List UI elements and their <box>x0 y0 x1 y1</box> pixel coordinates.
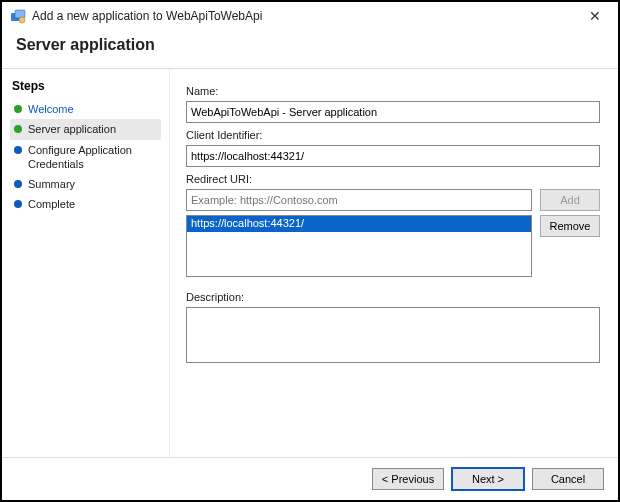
svg-rect-1 <box>15 10 25 18</box>
step-pending-icon <box>14 146 22 154</box>
window-title: Add a new application to WebApiToWebApi <box>32 9 262 23</box>
titlebar: Add a new application to WebApiToWebApi … <box>2 2 618 30</box>
close-icon[interactable]: ✕ <box>580 8 610 24</box>
step-label: Server application <box>28 122 116 136</box>
step-summary[interactable]: Summary <box>10 174 161 194</box>
step-label: Summary <box>28 177 75 191</box>
client-id-label: Client Identifier: <box>186 129 600 141</box>
step-configure-credentials[interactable]: Configure Application Credentials <box>10 140 161 175</box>
wizard-icon <box>10 8 26 24</box>
step-complete[interactable]: Complete <box>10 194 161 214</box>
page-title: Server application <box>2 30 618 69</box>
next-button[interactable]: Next > <box>452 468 524 490</box>
svg-point-2 <box>19 17 25 23</box>
step-welcome[interactable]: Welcome <box>10 99 161 119</box>
step-pending-icon <box>14 180 22 188</box>
step-label: Welcome <box>28 102 74 116</box>
redirect-uri-item[interactable]: https://localhost:44321/ <box>187 216 531 232</box>
description-label: Description: <box>186 291 600 303</box>
step-complete-icon <box>14 105 22 113</box>
name-label: Name: <box>186 85 600 97</box>
form-area: Name: Client Identifier: Redirect URI: A… <box>170 69 618 457</box>
description-input[interactable] <box>186 307 600 363</box>
step-label: Configure Application Credentials <box>28 143 157 172</box>
client-id-input[interactable] <box>186 145 600 167</box>
add-button[interactable]: Add <box>540 189 600 211</box>
step-server-application[interactable]: Server application <box>10 119 161 139</box>
redirect-uri-list[interactable]: https://localhost:44321/ <box>186 215 532 277</box>
redirect-uri-input[interactable] <box>186 189 532 211</box>
remove-button[interactable]: Remove <box>540 215 600 237</box>
wizard-footer: < Previous Next > Cancel <box>2 457 618 499</box>
step-current-icon <box>14 125 22 133</box>
steps-sidebar: Steps Welcome Server application Configu… <box>2 69 170 457</box>
previous-button[interactable]: < Previous <box>372 468 444 490</box>
name-input[interactable] <box>186 101 600 123</box>
step-label: Complete <box>28 197 75 211</box>
redirect-uri-label: Redirect URI: <box>186 173 600 185</box>
cancel-button[interactable]: Cancel <box>532 468 604 490</box>
step-pending-icon <box>14 200 22 208</box>
steps-heading: Steps <box>12 79 161 93</box>
